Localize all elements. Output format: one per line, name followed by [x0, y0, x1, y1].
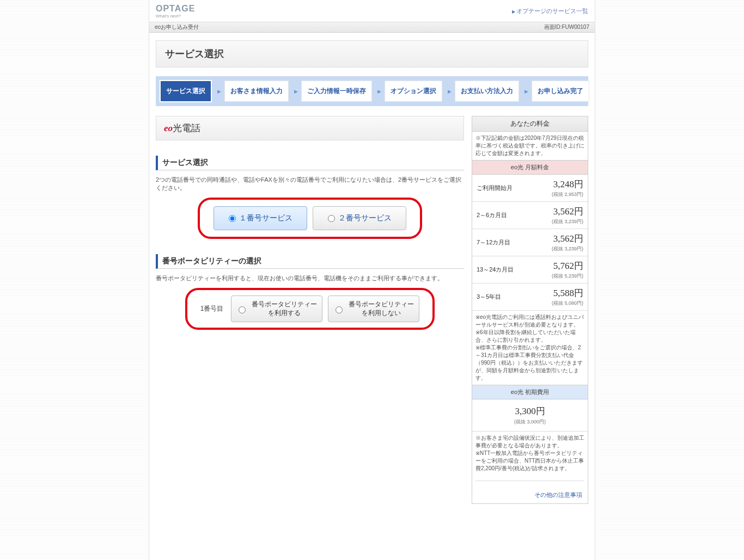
page-title: サービス選択 [156, 40, 588, 67]
step-3: ご入力情報一時保存 [301, 81, 372, 102]
app-name: eoお申し込み受付 [155, 23, 199, 31]
table-row: ご利用開始月3,248円(税抜 2,953円) [472, 175, 588, 202]
initial-fee-note: ※お客さま宅の設備状況により、別途追加工事費が必要となる場合があります。 ※NT… [472, 431, 588, 475]
option-portability-use[interactable]: 番号ポータビリティーを利用する [231, 296, 322, 322]
chevron-right-icon: ▶ [372, 89, 385, 94]
section-service-select-desc: 2つの電話番号での同時通話や、電話やFAXを別々の電話番号でご利用になりたい場合… [156, 176, 464, 192]
progress-steps: サービス選択 ▶ お客さま情報入力 ▶ ご入力情報一時保存 ▶ オプション選択 … [156, 76, 588, 106]
step-5: お支払い方法入力 [455, 81, 519, 102]
radio-1-number[interactable] [229, 215, 236, 222]
sidebar-title: あなたの料金 [472, 116, 588, 132]
services-list-link[interactable]: オプテージのサービス一覧 [512, 7, 588, 15]
monthly-fee-table: ご利用開始月3,248円(税抜 2,953円) 2～6カ月目3,562円(税抜 … [472, 175, 588, 311]
option-1-number-service[interactable]: １番号サービス [214, 206, 307, 230]
table-row: 3～5年目5,588円(税抜 5,080円) [472, 284, 588, 311]
option-portability-nouse[interactable]: 番号ポータビリティーを利用しない [328, 296, 419, 322]
service-option-group: １番号サービス ２番号サービス [198, 198, 422, 239]
step-2: お客さま情報入力 [224, 81, 289, 102]
table-row: 2～6カ月目3,562円(税抜 3,239円) [472, 202, 588, 229]
step-6: お申し込み完了 [532, 81, 589, 102]
initial-fee-header: eo光 初期費用 [472, 385, 588, 399]
table-row: 7～12カ月目3,562円(税抜 3,239円) [472, 229, 588, 256]
brand-logo: OPTAGE What's next? [156, 4, 195, 19]
screen-id: 画面ID:FUW00107 [544, 23, 589, 31]
sidebar-note: ※下記記載の金額は2020年7月29日現在の税率に基づく税込金額です。税率の引き… [472, 132, 588, 160]
step-4: オプション選択 [385, 81, 442, 102]
section-service-select-title: サービス選択 [156, 156, 464, 170]
option-2-number-service[interactable]: ２番号サービス [313, 206, 406, 230]
divider [475, 481, 584, 481]
section-portability-title: 番号ポータビリティーの選択 [156, 254, 464, 269]
other-notes-link[interactable]: その他の注意事項 [534, 491, 582, 498]
portability-line-label: 1番号目 [200, 304, 224, 313]
fee-sidebar: あなたの料金 ※下記記載の金額は2020年7月29日現在の税率に基づく税込金額で… [472, 116, 588, 504]
initial-fee-value: 3,300円 (税抜 3,000円) [472, 399, 588, 431]
chevron-right-icon: ▶ [519, 89, 532, 94]
chevron-right-icon: ▶ [289, 89, 301, 94]
radio-portability-use[interactable] [239, 306, 246, 313]
service-heading: eo光電話 [156, 116, 464, 140]
monthly-fee-header: eo光 月額料金 [472, 160, 588, 175]
step-1: サービス選択 [160, 80, 212, 102]
monthly-fee-note: ※eo光電話のご利用には通話料およびユニバーサルサービス料が別途必要となります。… [472, 311, 588, 385]
section-portability-desc: 番号ポータビリティーを利用すると、現在お使いの電話番号、電話機をそのままご利用す… [156, 274, 464, 282]
chevron-right-icon: ▶ [442, 89, 455, 94]
table-row: 13～24カ月目5,762円(税抜 5,239円) [472, 256, 588, 284]
portability-option-group: 1番号目 番号ポータビリティーを利用する 番号ポータビリティーを利用しない [185, 288, 435, 330]
radio-2-number[interactable] [328, 215, 335, 222]
radio-portability-nouse[interactable] [336, 306, 343, 313]
chevron-right-icon: ▶ [212, 89, 224, 94]
